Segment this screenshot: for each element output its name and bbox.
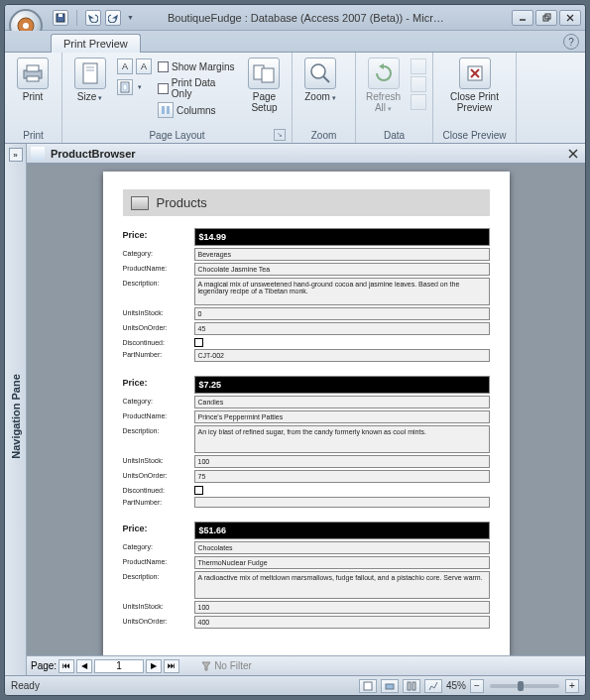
svg-rect-3 bbox=[59, 14, 62, 17]
filter-icon bbox=[201, 661, 211, 671]
field-value: 400 bbox=[194, 616, 490, 629]
object-close-button[interactable] bbox=[565, 146, 581, 162]
help-button[interactable]: ? bbox=[563, 34, 579, 50]
record: Price:$51.66Category:ChocolatesProductNa… bbox=[123, 522, 490, 629]
columns-button[interactable]: Columns bbox=[158, 100, 237, 120]
columns-label: Columns bbox=[177, 105, 215, 116]
last-icon: ⏭ bbox=[168, 661, 176, 670]
form-icon bbox=[31, 147, 45, 161]
ribbon: Print Print Size▾ AA ▾ Show Margins Prin… bbox=[5, 53, 585, 144]
zoom-slider[interactable] bbox=[490, 684, 559, 688]
zoom-out-button[interactable]: − bbox=[470, 679, 484, 693]
field-value: 0 bbox=[194, 307, 490, 320]
field-value: 100 bbox=[194, 601, 490, 614]
record: Price:$7.25Category:CandiesProductName:P… bbox=[123, 376, 490, 508]
next-icon: ▶ bbox=[151, 661, 157, 670]
no-filter-indicator[interactable]: No Filter bbox=[201, 660, 252, 671]
zoom-level: 45% bbox=[446, 680, 466, 691]
svg-rect-12 bbox=[83, 63, 97, 83]
refresh-label: Refresh All bbox=[366, 91, 401, 113]
page-prev-button[interactable]: ◀ bbox=[76, 659, 92, 673]
minus-icon: − bbox=[474, 680, 480, 691]
group-close-preview-label: Close Preview bbox=[439, 129, 510, 143]
margins-button[interactable] bbox=[117, 79, 133, 95]
tab-label: Print Preview bbox=[63, 38, 128, 50]
field-label: UnitsOnOrder: bbox=[123, 616, 194, 625]
group-print-label: Print bbox=[11, 129, 56, 143]
export-more-button bbox=[411, 94, 426, 110]
first-icon: ⏮ bbox=[62, 661, 70, 670]
layout-view-icon bbox=[407, 681, 416, 691]
zoom-button[interactable]: Zoom▾ bbox=[298, 55, 342, 105]
field-value: ThermoNuclear Fudge bbox=[194, 556, 490, 569]
restore-icon bbox=[541, 13, 551, 23]
size-button[interactable]: Size▾ bbox=[68, 55, 111, 105]
chevron-down-icon: ▾ bbox=[138, 83, 142, 91]
field-label: UnitsInStock: bbox=[123, 601, 194, 610]
svg-rect-20 bbox=[262, 68, 274, 82]
qat-customize-dropdown[interactable]: ▼ bbox=[127, 14, 134, 21]
save-icon bbox=[56, 13, 65, 23]
svg-rect-31 bbox=[413, 682, 415, 690]
field-label: PartNumber: bbox=[123, 349, 194, 358]
view-layout-button[interactable] bbox=[403, 679, 420, 693]
page-number-input[interactable] bbox=[94, 659, 144, 673]
qat-redo-button[interactable] bbox=[105, 10, 121, 26]
field-value: CJT-002 bbox=[194, 349, 490, 362]
field-label: ProductName: bbox=[123, 556, 194, 565]
zoom-thumb[interactable] bbox=[518, 681, 524, 691]
page-setup-button[interactable]: Page Setup bbox=[243, 55, 286, 116]
field-label: Category: bbox=[123, 248, 194, 257]
close-window-button[interactable] bbox=[559, 10, 581, 26]
view-print-preview-button[interactable] bbox=[381, 679, 399, 693]
print-icon bbox=[17, 58, 49, 89]
page-last-button[interactable]: ⏭ bbox=[164, 659, 179, 673]
plus-icon: + bbox=[569, 680, 575, 691]
size-icon bbox=[74, 58, 106, 89]
landscape-button[interactable]: A bbox=[136, 58, 152, 74]
field-label: Category: bbox=[123, 396, 194, 405]
page-layout-launcher[interactable]: ↘ bbox=[274, 129, 286, 141]
zoom-icon bbox=[304, 58, 336, 89]
tab-print-preview[interactable]: Print Preview bbox=[51, 34, 141, 53]
print-data-only-checkbox[interactable]: Print Data Only bbox=[158, 78, 237, 98]
checkbox-icon bbox=[158, 83, 169, 94]
no-filter-label: No Filter bbox=[214, 660, 252, 671]
portrait-button[interactable]: A bbox=[117, 58, 133, 74]
refresh-icon bbox=[368, 58, 400, 89]
field-value: Chocolates bbox=[194, 541, 490, 554]
zoom-in-button[interactable]: + bbox=[565, 679, 579, 693]
view-design-button[interactable] bbox=[424, 679, 442, 693]
group-page-layout-label: Page Layout bbox=[149, 130, 204, 141]
field-label: ProductName: bbox=[123, 263, 194, 272]
field-value: $51.66 bbox=[194, 522, 490, 539]
print-button[interactable]: Print bbox=[11, 55, 55, 105]
refresh-all-button[interactable]: Refresh All▾ bbox=[362, 55, 405, 116]
columns-icon bbox=[158, 102, 174, 118]
close-print-preview-button[interactable]: Close Print Preview bbox=[439, 55, 510, 116]
field-label: Price: bbox=[123, 376, 194, 388]
navpane-label: Navigation Pane bbox=[10, 374, 22, 459]
qat-undo-button[interactable] bbox=[85, 10, 101, 26]
navigation-pane-collapsed[interactable]: » Navigation Pane bbox=[5, 144, 27, 675]
minimize-button[interactable] bbox=[512, 10, 533, 26]
chevron-down-icon: ▾ bbox=[388, 105, 392, 112]
page-first-button[interactable]: ⏮ bbox=[59, 659, 74, 673]
design-view-icon bbox=[428, 681, 438, 691]
preview-canvas[interactable]: Products Price:$14.99Category:BeveragesP… bbox=[27, 164, 585, 655]
close-icon bbox=[565, 13, 575, 23]
record: Price:$14.99Category:BeveragesProductNam… bbox=[123, 228, 490, 362]
field-label: Discontinued: bbox=[123, 337, 194, 346]
field-label: Description: bbox=[123, 571, 194, 580]
page-next-button[interactable]: ▶ bbox=[146, 659, 162, 673]
field-value: 45 bbox=[194, 322, 490, 335]
svg-rect-18 bbox=[167, 106, 170, 114]
chevron-right-icon: » bbox=[13, 151, 17, 160]
qat-save-button[interactable] bbox=[53, 10, 68, 26]
show-margins-checkbox[interactable]: Show Margins bbox=[158, 57, 237, 76]
report-page: Products Price:$14.99Category:BeveragesP… bbox=[103, 172, 510, 655]
navpane-toggle[interactable]: » bbox=[9, 148, 23, 162]
view-report-button[interactable] bbox=[359, 679, 377, 693]
close-preview-icon bbox=[459, 58, 491, 89]
restore-button[interactable] bbox=[535, 10, 557, 26]
